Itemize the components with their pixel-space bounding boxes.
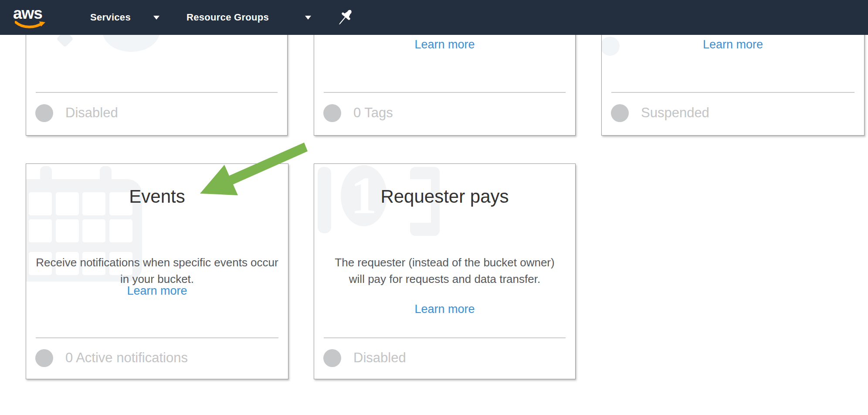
status-label: 0 Tags [353, 105, 393, 121]
card-top-middle[interactable]: Learn more 0 Tags [314, 26, 576, 136]
card-divider [324, 337, 566, 338]
status-label: 0 Active notifications [65, 350, 188, 366]
status-dot-icon [35, 104, 53, 122]
card-top-left[interactable]: Disabled [26, 26, 288, 136]
nav-item-resource-groups[interactable]: Resource Groups [186, 0, 269, 35]
card-top-right[interactable]: Learn more Suspended [601, 26, 865, 136]
card-divider [36, 92, 278, 93]
status-dot-icon [323, 349, 341, 367]
card-divider [324, 92, 566, 93]
learn-more-link[interactable]: Learn more [314, 38, 575, 51]
status-dot-icon [611, 104, 629, 122]
card-divider [36, 337, 278, 338]
card-requester-pays[interactable]: 1 Requester pays The requester (instead … [314, 163, 576, 379]
aws-smile-icon [15, 21, 46, 30]
card-description: The requester (instead of the bucket own… [332, 254, 558, 287]
card-divider [611, 92, 854, 93]
chevron-down-icon [153, 16, 159, 20]
status-label: Suspended [641, 105, 709, 121]
learn-more-link[interactable]: Learn more [314, 303, 575, 316]
card-title: Requester pays [314, 187, 575, 207]
learn-more-link[interactable]: Learn more [602, 38, 864, 51]
pushpin-icon[interactable] [336, 7, 355, 28]
card-title: Events [26, 187, 288, 207]
status-label: Disabled [353, 350, 406, 366]
card-events[interactable]: Events Receive notifications when specif… [26, 163, 288, 379]
status-label: Disabled [65, 105, 118, 121]
dollar-bill-icon: 1 [315, 164, 441, 252]
aws-logo-text: aws [13, 7, 48, 20]
status-dot-icon [323, 104, 341, 122]
chevron-down-icon [305, 16, 311, 20]
nav-item-services[interactable]: Services [90, 0, 131, 35]
card-description: Receive notifications when specific even… [34, 254, 281, 287]
learn-more-link[interactable]: Learn more [26, 284, 288, 298]
top-nav: aws Services Resource Groups [0, 0, 868, 35]
aws-logo[interactable]: aws [13, 7, 48, 30]
status-dot-icon [35, 349, 53, 367]
